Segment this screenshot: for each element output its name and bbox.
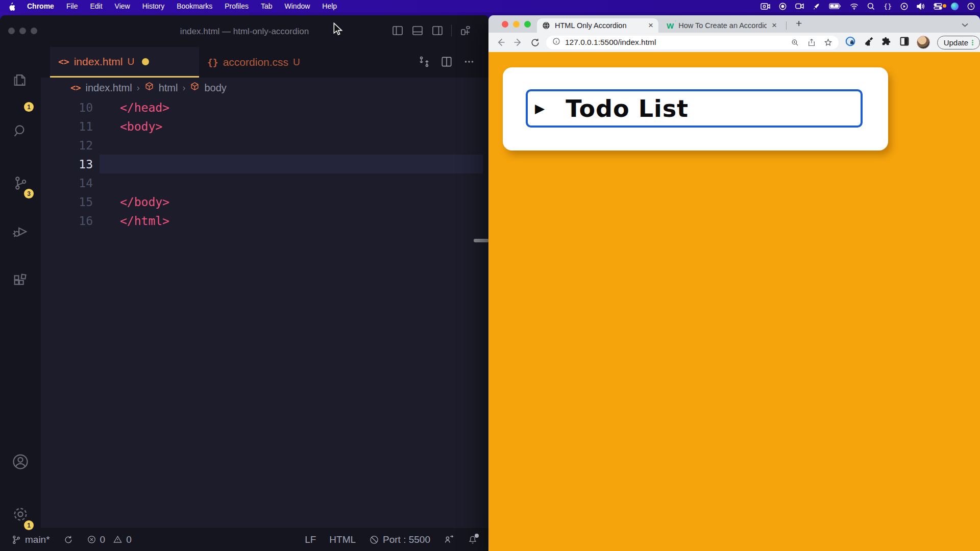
url-text[interactable]: 127.0.0.1:5500/index.html (565, 38, 656, 47)
breadcrumb-node-html[interactable]: html (159, 82, 178, 94)
code-line-current[interactable]: 13 (41, 155, 489, 173)
apple-icon[interactable] (7, 2, 15, 11)
menu-chrome[interactable]: Chrome (21, 0, 60, 12)
forward-icon[interactable] (513, 37, 523, 47)
problems-item[interactable]: 0 0 (87, 534, 132, 545)
code-line[interactable]: 10 </head> (41, 98, 489, 117)
sync-icon[interactable] (63, 535, 74, 545)
more-actions-icon[interactable] (462, 55, 476, 70)
tab-search-chevron-icon[interactable] (961, 20, 969, 30)
settings-gear-icon[interactable] (0, 505, 41, 523)
split-editor-icon[interactable] (440, 55, 453, 70)
tab-index-html[interactable]: <> index.html U (50, 47, 199, 78)
close-window-button[interactable] (502, 21, 508, 28)
toggle-panel-icon[interactable] (411, 24, 424, 37)
volume-icon[interactable] (917, 0, 925, 12)
code-line[interactable]: 12 (41, 136, 489, 155)
menu-window[interactable]: Window (279, 0, 316, 12)
wifi-icon[interactable] (850, 0, 859, 12)
address-bar[interactable]: 127.0.0.1:5500/index.html (546, 36, 839, 49)
source-control-icon[interactable] (0, 174, 41, 192)
code-line[interactable]: 16 </html> (41, 211, 489, 230)
minimize-window-button[interactable] (513, 21, 520, 28)
language-mode[interactable]: HTML (329, 534, 356, 545)
symbol-cube-icon (190, 82, 200, 94)
explorer-icon[interactable] (0, 71, 41, 89)
password-manager-extension-icon[interactable] (845, 36, 856, 49)
eol-indicator[interactable]: LF (305, 534, 316, 545)
code-line[interactable]: 15 </body> (41, 192, 489, 211)
html-file-icon: <> (58, 56, 69, 67)
close-tab-icon[interactable]: × (643, 20, 653, 31)
color-picker-extension-icon[interactable] (863, 36, 874, 49)
video-camera-icon[interactable] (795, 0, 804, 12)
unsaved-dot-icon[interactable] (142, 58, 149, 65)
git-branch-item[interactable]: main* (11, 534, 50, 545)
bookmark-star-icon[interactable] (824, 38, 832, 47)
divider (786, 21, 787, 30)
scrollbar-handle[interactable] (474, 239, 489, 242)
siri-icon[interactable] (951, 0, 959, 12)
play-circle-icon[interactable] (900, 0, 908, 12)
menu-bookmarks[interactable]: Bookmarks (170, 0, 218, 12)
chevron-right-icon: › (137, 83, 140, 93)
control-center-icon[interactable] (934, 0, 942, 12)
spotlight-search-icon[interactable] (867, 0, 875, 12)
breadcrumb-file[interactable]: index.html (85, 82, 132, 94)
rocket-icon[interactable] (813, 0, 820, 12)
tab-accordion-css[interactable]: {} accordion.css U (199, 47, 343, 78)
code-braces-icon[interactable]: {} (884, 0, 892, 12)
record-circle-icon[interactable] (779, 0, 787, 12)
accordion-summary[interactable]: ▶ Todo List (526, 89, 863, 128)
extensions-puzzle-icon[interactable] (881, 36, 892, 49)
menubar-menus: Chrome File Edit View History Bookmarks … (0, 0, 343, 12)
breadcrumb: <> index.html › html › body (70, 78, 227, 98)
new-tab-button[interactable]: + (793, 17, 805, 30)
update-button[interactable]: Update (937, 36, 980, 49)
tab-html-only-accordion[interactable]: HTML Only Accordion × (537, 18, 658, 33)
close-tab-icon[interactable]: × (767, 20, 777, 31)
clock-icon[interactable] (967, 0, 975, 12)
vscode-window: index.html — html-only-accordion 1 (0, 15, 489, 551)
share-icon[interactable] (807, 38, 816, 47)
line-number: 10 (41, 101, 93, 114)
search-icon[interactable] (0, 122, 41, 140)
html-file-icon: <> (70, 83, 81, 93)
vscode-activitybar: 1 3 1 (0, 47, 41, 528)
tab-how-to-create-accordion[interactable]: W’ How To Create an Accordion × (662, 18, 782, 33)
menu-edit[interactable]: Edit (84, 0, 108, 12)
accounts-icon[interactable] (0, 453, 41, 471)
screen-record-icon[interactable] (761, 0, 770, 12)
code-line[interactable]: 14 (41, 173, 489, 192)
zoom-icon[interactable] (791, 38, 799, 47)
site-info-icon[interactable] (552, 37, 560, 47)
battery-icon[interactable] (829, 0, 841, 12)
open-changes-icon[interactable] (418, 55, 431, 70)
breadcrumb-node-body[interactable]: body (204, 82, 226, 94)
feedback-icon[interactable] (444, 534, 454, 545)
warning-count: 0 (126, 534, 132, 545)
menu-profiles[interactable]: Profiles (218, 0, 255, 12)
code-line[interactable]: 11 <body> (41, 117, 489, 136)
run-debug-icon[interactable] (0, 223, 41, 240)
live-server-port[interactable]: Port : 5500 (369, 534, 430, 545)
customize-layout-icon[interactable] (459, 24, 472, 37)
extensions-icon[interactable] (0, 272, 41, 290)
dark-mode-extension-icon[interactable] (899, 36, 910, 48)
toggle-secondary-sidebar-icon[interactable] (431, 24, 444, 37)
zoom-window-button[interactable] (524, 21, 531, 28)
menu-file[interactable]: File (60, 0, 84, 12)
toggle-sidebar-icon[interactable] (391, 24, 404, 37)
code-editor[interactable]: 10 </head> 11 <body> 12 13 14 15 </body>… (41, 98, 489, 528)
notification-dot (475, 534, 479, 538)
menu-view[interactable]: View (109, 0, 136, 12)
menu-tab[interactable]: Tab (255, 0, 279, 12)
reload-icon[interactable] (530, 38, 540, 47)
back-icon[interactable] (496, 37, 506, 47)
menu-help[interactable]: Help (316, 0, 343, 12)
menu-history[interactable]: History (136, 0, 171, 12)
notifications-bell-icon[interactable] (468, 535, 478, 545)
vscode-titlebar[interactable]: index.html — html-only-accordion (0, 15, 489, 47)
details-marker-icon[interactable]: ▶ (535, 101, 545, 116)
profile-avatar[interactable] (917, 36, 930, 49)
